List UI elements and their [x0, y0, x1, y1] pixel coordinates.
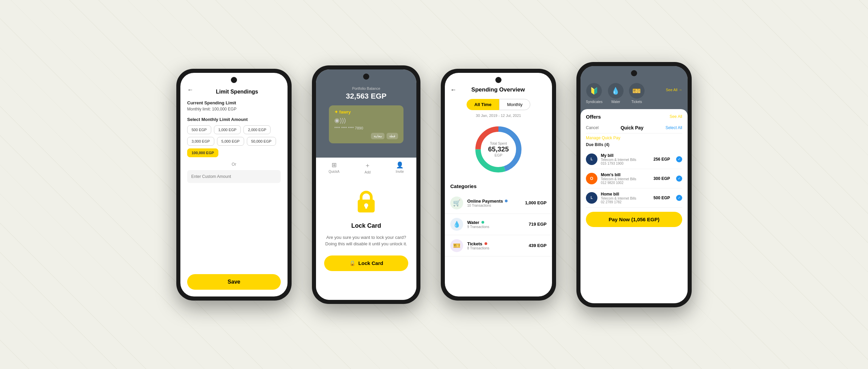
fawry-logo: ✦ fawry [334, 109, 398, 115]
syndicates-label: Syndicates [586, 100, 603, 104]
water-transactions: 9 Transactions [467, 225, 525, 229]
water-icon: 💧 [450, 218, 463, 231]
tickets-service-label: Tickets [631, 100, 642, 104]
back-button[interactable]: ← [187, 86, 193, 94]
manage-quick-pay-link[interactable]: Manage Quick Pay [586, 134, 682, 142]
water-dot [481, 221, 484, 224]
bottom-nav: ⊞ QuickA ＋ Add 👤 Invite [316, 158, 416, 178]
moms-bill-name: Mom's bill [601, 172, 650, 177]
water-name: Water [467, 220, 525, 225]
donut-label: Total Spent [488, 142, 509, 145]
tickets-amount: 439 EGP [529, 243, 547, 248]
moms-bill-amount: 300 EGP [653, 176, 670, 181]
lock-modal-title: Lock Card [324, 222, 408, 229]
phone-notch-2 [363, 74, 369, 80]
water-amount: 719 EGP [529, 222, 547, 227]
service-water[interactable]: 💧 Water [608, 83, 624, 104]
service-tickets[interactable]: 🎫 Tickets [629, 83, 645, 104]
lock-modal-description: Are you sure you want to lock your card?… [324, 234, 408, 247]
nav-invite[interactable]: 👤 Invite [396, 161, 404, 174]
chip-100000[interactable]: 100,000 EGP [187, 148, 218, 157]
see-all-offers[interactable]: See All [670, 114, 682, 119]
quick-pay-cancel[interactable]: Cancel [586, 125, 598, 130]
chip-3000[interactable]: 3,000 EGP [187, 137, 214, 146]
chip-500[interactable]: 500 EGP [187, 125, 211, 134]
bill-moms-bill: O Mom's bill Telecom & Internet Bills 01… [586, 169, 682, 188]
water-info: Water 9 Transactions [467, 220, 525, 229]
balance-label: Portfolio Balance [352, 86, 380, 90]
my-bill-info: My bill Telecom & Internet Bills 015 179… [601, 153, 650, 165]
moms-bill-logo: O [586, 173, 597, 184]
card-number: **** **** **** 7890 [334, 126, 398, 130]
online-payments-info: Online Payments 10 Transactions [467, 199, 521, 207]
save-button[interactable]: Save [187, 274, 281, 290]
my-bill-checkbox[interactable]: ✓ [676, 156, 682, 162]
bill-home-bill: L Home bill Telecom & Internet Bills 02 … [586, 188, 682, 208]
chip-5000[interactable]: 5,000 EGP [217, 137, 244, 146]
card-chip: ◉))) [334, 117, 398, 124]
current-limit-label: Current Spending Limit [187, 100, 281, 105]
pay-now-button[interactable]: Pay Now (1,056 EGP) [586, 212, 682, 227]
custom-amount-input[interactable] [187, 170, 281, 183]
screen-spending-overview: ← Spending Overview All Time Monthly 30 … [445, 73, 552, 296]
back-button-3[interactable]: ← [450, 86, 456, 94]
nav-add-label: Add [364, 170, 371, 174]
card-action-1[interactable]: معاينة [371, 133, 384, 139]
my-bill-name: My bill [601, 153, 650, 158]
page-title: Limit Spendings [193, 89, 281, 95]
home-bill-amount: 500 EGP [653, 196, 670, 200]
fawry-card: ✦ fawry ◉))) **** **** **** 7890 معاينة … [329, 105, 403, 143]
see-all-button[interactable]: See All → [666, 83, 682, 92]
time-tab-group: All Time Monthly [445, 99, 552, 110]
online-payments-icon: 🛒 [450, 197, 463, 209]
tickets-info: Tickets 8 Transactions [467, 241, 525, 250]
tab-all-time[interactable]: All Time [467, 99, 499, 110]
spending-title: Spending Overview [456, 86, 540, 93]
moms-bill-info: Mom's bill Telecom & Internet Bills 012 … [601, 172, 650, 185]
home-bill-checkbox[interactable]: ✓ [676, 195, 682, 201]
card-action-2[interactable]: قطة [387, 133, 398, 139]
moms-bill-checkbox[interactable]: ✓ [676, 176, 682, 182]
screen4-bottom: Offers See All Cancel Quick Pay Select A… [580, 109, 688, 303]
or-divider: Or [187, 162, 281, 167]
my-bill-logo: L [586, 153, 597, 165]
balance-amount: 32,563 EGP [346, 92, 387, 101]
lock-icon [353, 188, 380, 215]
lock-card-button[interactable]: 🔒 Lock Card [324, 255, 408, 271]
chip-2000[interactable]: 2,000 EGP [243, 125, 271, 134]
my-bill-desc: Telecom & Internet Bills [601, 158, 650, 162]
select-amount-label: Select Monthly Limit Amount [187, 117, 281, 122]
chip-50000[interactable]: 50,000 EGP [247, 137, 276, 146]
phone-lock-card: Portfolio Balance 32,563 EGP ✦ fawry ◉))… [312, 65, 420, 304]
nav-quicka[interactable]: ⊞ QuickA [329, 161, 339, 174]
category-online-payments: 🛒 Online Payments 10 Transactions 1,000 … [445, 192, 552, 214]
tickets-dot [485, 242, 487, 245]
monthly-limit-value: Monthly limit: 100,000 EGP [187, 107, 281, 111]
category-water: 💧 Water 9 Transactions 719 EGP [445, 214, 552, 235]
water-service-icon: 💧 [608, 83, 624, 99]
home-bill-name: Home bill [601, 192, 650, 197]
phone-quick-pay: 🔰 Syndicates 💧 Water 🎫 Tickets See All → [576, 62, 692, 307]
water-service-label: Water [611, 100, 620, 104]
moms-bill-phone: 012 9820 1002 [601, 181, 650, 185]
category-tickets: 🎫 Tickets 8 Transactions 439 EGP [445, 235, 552, 257]
nav-invite-label: Invite [396, 170, 404, 173]
bill-my-bill: L My bill Telecom & Internet Bills 015 1… [586, 150, 682, 169]
tickets-service-icon: 🎫 [629, 83, 645, 99]
card-actions: معاينة قطة [334, 133, 398, 139]
phone-limit-spendings: ← Limit Spendings Current Spending Limit… [176, 69, 292, 301]
screens-container: ← Limit Spendings Current Spending Limit… [176, 62, 692, 307]
offers-header: Offers See All [580, 109, 688, 122]
screen-lock-card: Portfolio Balance 32,563 EGP ✦ fawry ◉))… [316, 69, 416, 300]
select-all-button[interactable]: Select All [666, 125, 682, 130]
svg-rect-2 [365, 205, 367, 209]
card-section: Portfolio Balance 32,563 EGP ✦ fawry ◉))… [316, 69, 416, 158]
nav-add[interactable]: ＋ Add [364, 161, 371, 174]
donut-chart: Total Spent 65,325 EGP [445, 122, 552, 177]
categories-title: Categories [445, 183, 552, 189]
phone-notch-3 [495, 77, 501, 83]
chip-1000[interactable]: 1,000 EGP [214, 125, 241, 134]
service-syndicates[interactable]: 🔰 Syndicates [586, 83, 603, 104]
quick-pay-bar: Cancel Quick Pay Select All [586, 122, 682, 134]
tab-monthly[interactable]: Monthly [499, 99, 530, 110]
